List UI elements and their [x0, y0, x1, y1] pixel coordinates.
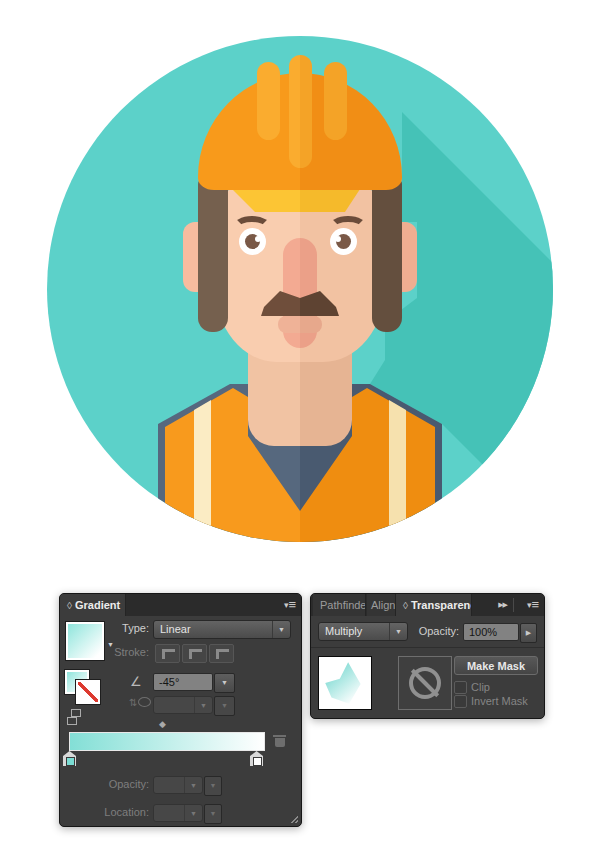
angle-icon: ∠	[130, 674, 142, 689]
stop-location-arrow-button: ▼	[204, 804, 222, 824]
gradient-fill-swatch[interactable]	[66, 622, 104, 660]
object-thumbnail[interactable]	[318, 656, 372, 710]
stop-location-dropdown: ▼	[153, 804, 203, 822]
tab-pathfinder[interactable]: Pathfinder	[313, 594, 366, 616]
helmet-ridge-center	[289, 55, 312, 168]
gradient-panel: ◊Gradient ▾≡ ▼ Type: Linear ▼ Stroke: ∠ …	[59, 593, 302, 827]
reverse-gradient-icon[interactable]	[67, 709, 87, 725]
type-dropdown[interactable]: Linear ▼	[153, 620, 291, 639]
transparency-panel: Pathfinder Align ◊Transparency ▶▶ ▾≡ Mul…	[310, 593, 545, 719]
delete-stop-trash-icon	[273, 734, 286, 748]
vest-stripe-left	[194, 400, 211, 542]
tab-transparency[interactable]: ◊Transparency	[396, 594, 472, 616]
helmet-ridge-left	[257, 62, 280, 140]
dropdown-arrow-icon: ▼	[389, 623, 407, 640]
mask-empty-slot[interactable]	[398, 656, 452, 710]
worker-avatar-illustration	[47, 36, 553, 542]
angle-field[interactable]: -45°	[153, 673, 213, 691]
make-mask-button[interactable]: Make Mask	[454, 656, 538, 675]
stroke-along-button	[182, 644, 207, 663]
stroke-label: Stroke:	[100, 646, 149, 658]
clip-label: Clip	[471, 681, 490, 693]
aspect-ratio-dropdown: ▼	[153, 696, 213, 714]
gradient-midpoint-marker[interactable]: ◆	[159, 719, 166, 729]
eye-right	[330, 228, 357, 255]
tab-gradient[interactable]: ◊Gradient	[60, 594, 126, 616]
stop-location-label: Location:	[80, 806, 149, 818]
clip-checkbox	[454, 681, 467, 694]
panel-menu-icon[interactable]: ▾≡	[284, 599, 295, 611]
invert-mask-checkbox	[454, 695, 467, 708]
dropdown-arrow-icon: ▼	[272, 621, 290, 638]
shadow-shape-preview	[319, 657, 371, 709]
panel-menu-icon[interactable]: ▾≡	[527, 599, 538, 611]
gradient-stop-teal[interactable]	[63, 751, 76, 766]
stroke-none-chip[interactable]	[76, 680, 100, 704]
gradient-tab-bar: ◊Gradient ▾≡	[60, 594, 301, 616]
stop-opacity-arrow-button: ▼	[204, 776, 222, 796]
transparency-tab-bar: Pathfinder Align ◊Transparency ▶▶ ▾≡	[311, 594, 544, 616]
vest-stripe-right	[389, 400, 406, 542]
stop-opacity-dropdown: ▼	[153, 776, 203, 794]
stroke-across-button	[209, 644, 234, 663]
opacity-field[interactable]: 100%	[463, 623, 519, 641]
tabbar-divider	[513, 598, 514, 612]
panel-separator	[311, 647, 544, 648]
opacity-label: Opacity:	[411, 625, 459, 637]
helmet-ridge-right	[324, 62, 347, 140]
mouth	[278, 316, 322, 333]
stroke-within-button	[155, 644, 180, 663]
hair-right	[372, 180, 402, 332]
gradient-slider-bar[interactable]	[69, 732, 265, 751]
blend-mode-dropdown[interactable]: Multiply ▼	[318, 622, 408, 641]
aspect-ratio-icon: ⇅	[129, 697, 151, 708]
angle-dropdown-button[interactable]: ▼	[214, 673, 235, 693]
gradient-stop-white[interactable]	[250, 751, 263, 766]
type-label: Type:	[100, 622, 149, 634]
panel-resize-grip[interactable]	[288, 813, 298, 823]
panel-collapse-icon: ◊	[403, 600, 408, 611]
tab-align[interactable]: Align	[367, 594, 396, 616]
invert-mask-label: Invert Mask	[471, 695, 528, 707]
hair-left	[198, 180, 228, 332]
stop-opacity-label: Opacity:	[80, 778, 149, 790]
opacity-spinner-button[interactable]: ▶	[520, 623, 537, 643]
collapse-to-icons-icon[interactable]: ▶▶	[498, 599, 507, 610]
panel-collapse-icon: ◊	[67, 600, 72, 611]
aspect-dropdown-button: ▼	[214, 696, 235, 716]
eye-left	[239, 228, 266, 255]
